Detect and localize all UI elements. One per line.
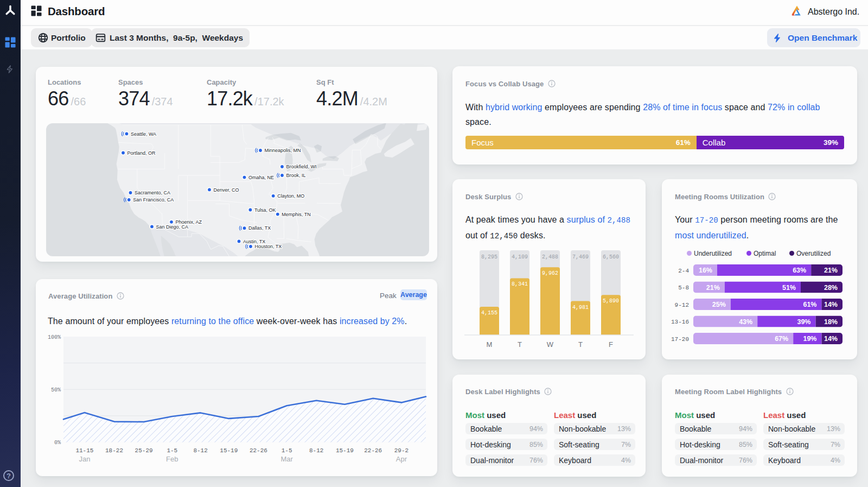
svg-text:Denver, CO: Denver, CO (214, 187, 239, 193)
svg-text:F: F (609, 340, 613, 349)
svg-text:63%: 63% (793, 267, 806, 274)
svg-text:2-4: 2-4 (678, 268, 689, 274)
svg-text:9,962: 9,962 (542, 270, 558, 276)
svg-text:4,109: 4,109 (512, 254, 528, 260)
svg-text:Brook, IL: Brook, IL (286, 173, 306, 178)
svg-text:11-15: 11-15 (75, 447, 93, 454)
svg-text:61%: 61% (803, 301, 816, 308)
svg-text:67%: 67% (775, 335, 788, 343)
svg-text:8,295: 8,295 (481, 254, 497, 260)
svg-text:M: M (487, 340, 493, 349)
svg-text:22-26: 22-26 (364, 447, 382, 454)
svg-text:T: T (578, 340, 583, 349)
svg-text:28%: 28% (824, 284, 838, 292)
svg-text:Minneapolis, MN: Minneapolis, MN (265, 148, 301, 153)
svg-text:9-12: 9-12 (675, 302, 689, 308)
svg-text:17-20: 17-20 (671, 336, 689, 343)
svg-text:50%: 50% (51, 387, 61, 393)
svg-text:14%: 14% (824, 335, 838, 343)
svg-text:15-19: 15-19 (220, 447, 238, 454)
svg-text:39%: 39% (797, 318, 810, 326)
svg-text:Austin, TX: Austin, TX (243, 239, 265, 244)
svg-text:25-29: 25-29 (135, 447, 153, 454)
svg-text:21%: 21% (706, 284, 720, 292)
svg-text:Portland, OR: Portland, OR (127, 150, 156, 156)
svg-text:18%: 18% (824, 318, 838, 326)
svg-text:8-12: 8-12 (309, 447, 323, 454)
svg-text:W: W (547, 340, 554, 349)
svg-text:4,981: 4,981 (572, 305, 589, 311)
svg-text:8,341: 8,341 (512, 281, 528, 287)
svg-text:Clayton, MO: Clayton, MO (277, 193, 304, 199)
svg-text:Houston, TX: Houston, TX (255, 244, 282, 249)
svg-text:Seattle, WA: Seattle, WA (131, 131, 156, 137)
svg-text:Jan: Jan (79, 455, 90, 463)
svg-text:16%: 16% (699, 267, 712, 274)
svg-text:1-5: 1-5 (282, 447, 292, 454)
svg-text:14%: 14% (824, 301, 838, 308)
svg-text:100%: 100% (48, 334, 61, 340)
svg-text:22-26: 22-26 (250, 447, 267, 454)
svg-text:15-19: 15-19 (336, 447, 354, 454)
svg-text:21%: 21% (824, 267, 838, 274)
svg-text:2,488: 2,488 (542, 254, 558, 260)
svg-text:Feb: Feb (166, 455, 178, 463)
svg-text:4,155: 4,155 (481, 310, 497, 316)
svg-text:Omaha, NE: Omaha, NE (248, 175, 274, 180)
svg-text:5,890: 5,890 (603, 298, 619, 304)
svg-text:San Francisco, CA: San Francisco, CA (133, 197, 174, 203)
svg-text:T: T (518, 340, 522, 349)
svg-text:25%: 25% (712, 301, 726, 308)
svg-text:Mar: Mar (280, 455, 293, 463)
svg-text:0%: 0% (54, 440, 61, 446)
svg-text:Tulsa, OK: Tulsa, OK (254, 207, 276, 213)
svg-text:7,469: 7,469 (572, 254, 589, 260)
svg-text:13-16: 13-16 (671, 319, 689, 325)
svg-text:18-22: 18-22 (105, 447, 123, 454)
svg-text:1-5: 1-5 (167, 447, 177, 454)
svg-text:Sacramento, CA: Sacramento, CA (135, 190, 170, 195)
svg-text:Dallas, TX: Dallas, TX (248, 225, 271, 231)
svg-text:Apr: Apr (396, 455, 407, 463)
svg-text:8-12: 8-12 (193, 447, 207, 454)
svg-text:51%: 51% (782, 284, 796, 292)
svg-text:5-8: 5-8 (678, 284, 689, 291)
svg-text:San Diego, CA: San Diego, CA (156, 224, 189, 230)
svg-text:19%: 19% (803, 335, 816, 343)
svg-text:43%: 43% (739, 318, 752, 326)
svg-text:Memphis, TN: Memphis, TN (282, 212, 310, 217)
svg-text:Brookfield, WI: Brookfield, WI (286, 164, 317, 169)
svg-text:29-2: 29-2 (394, 447, 409, 454)
svg-text:6,560: 6,560 (603, 254, 619, 260)
